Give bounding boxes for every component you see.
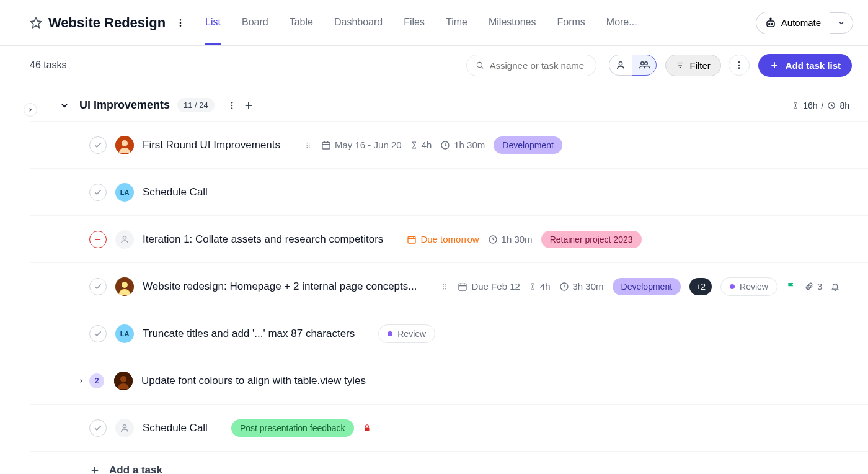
complete-toggle[interactable] [89, 136, 107, 154]
svg-rect-55 [459, 284, 466, 290]
svg-point-32 [309, 145, 310, 146]
tab-time[interactable]: Time [446, 0, 467, 45]
task-logged-time: 1h 30m [488, 234, 533, 244]
filter-button[interactable]: Filter [665, 55, 720, 76]
filter-icon [676, 61, 684, 69]
svg-point-6 [771, 23, 773, 24]
task-row[interactable]: Website redesign: Homepage + 2 internal … [30, 262, 868, 310]
section-add-icon[interactable] [243, 100, 254, 111]
task-row[interactable]: LATruncate titles and add '...' max 87 c… [30, 310, 868, 357]
attachments-count[interactable]: 3 [805, 281, 822, 292]
toolbar: 46 tasks Filter Add task list [0, 46, 868, 84]
task-name: Update font colours to align with table.… [141, 375, 366, 387]
avatar[interactable] [115, 230, 134, 249]
section-collapse-icon[interactable] [60, 101, 69, 110]
svg-point-3 [180, 25, 182, 27]
task-date: Due Feb 12 [458, 281, 520, 292]
automate-dropdown-icon[interactable] [830, 12, 853, 34]
avatar[interactable] [115, 419, 134, 437]
subtask-expand-icon[interactable] [78, 378, 84, 384]
task-row[interactable]: Schedule CallPost presentation feedback [30, 404, 868, 451]
add-task-row[interactable]: Add a task [30, 451, 868, 474]
status-badge[interactable]: Review [378, 324, 435, 343]
task-name: Website redesign: Homepage + 2 internal … [143, 280, 417, 293]
task-row[interactable]: LASchedule Call [30, 168, 868, 215]
assignee-view-icon[interactable] [609, 55, 632, 76]
task-row[interactable]: 2Update font colours to align with table… [30, 357, 868, 404]
tab-more[interactable]: More... [606, 0, 637, 45]
task-tag[interactable]: Retainer project 2023 [541, 231, 642, 248]
task-row[interactable]: Iteration 1: Collate assets and research… [30, 215, 868, 262]
task-tag[interactable]: Post presentation feedback [231, 419, 354, 437]
hourglass-icon [792, 101, 799, 110]
avatar[interactable] [115, 277, 134, 296]
svg-point-28 [122, 140, 128, 146]
svg-point-16 [738, 61, 740, 63]
search-input[interactable] [490, 60, 588, 71]
expand-sidebar-icon[interactable] [24, 103, 37, 117]
svg-point-41 [123, 236, 126, 239]
svg-point-62 [123, 424, 126, 427]
flag-icon[interactable] [786, 282, 796, 292]
section-title: UI Improvements [79, 99, 170, 112]
task-name: Truncate titles and add '...' max 87 cha… [143, 328, 355, 340]
task-meta: May 16 - Jun 204h1h 30mDevelopment [304, 136, 562, 154]
search-box[interactable] [466, 55, 596, 76]
section-more-icon[interactable] [226, 99, 238, 112]
avatar[interactable] [115, 136, 134, 154]
automate-label: Automate [781, 17, 821, 28]
svg-point-23 [231, 107, 232, 109]
svg-rect-63 [365, 427, 369, 431]
task-name: Iteration 1: Collate assets and research… [143, 233, 383, 246]
svg-point-31 [306, 145, 308, 146]
add-task-list-button[interactable]: Add task list [758, 54, 852, 77]
avatar[interactable] [114, 372, 133, 390]
complete-toggle[interactable] [89, 325, 107, 342]
status-badge[interactable]: Review [720, 277, 777, 296]
task-tag[interactable]: Development [494, 136, 562, 154]
task-estimate: 4h [410, 140, 432, 150]
task-meta: Review [378, 324, 435, 343]
svg-point-21 [231, 102, 232, 104]
tab-files[interactable]: Files [404, 0, 425, 45]
group-view-icon[interactable] [632, 55, 657, 76]
grip-icon[interactable] [440, 282, 449, 291]
svg-line-9 [482, 67, 484, 69]
complete-toggle[interactable] [89, 184, 107, 201]
blocked-icon[interactable] [89, 231, 107, 248]
svg-point-61 [120, 376, 126, 382]
complete-toggle[interactable] [89, 278, 107, 295]
tab-milestones[interactable]: Milestones [489, 0, 536, 45]
add-task-list-label: Add task list [786, 60, 841, 71]
automate-button[interactable]: Automate [756, 12, 830, 34]
avatar[interactable]: LA [115, 324, 134, 343]
svg-point-54 [445, 288, 446, 289]
task-meta: Post presentation feedback [231, 419, 371, 437]
section-time-summary: 16h / 8h [792, 101, 849, 110]
tab-dashboard[interactable]: Dashboard [334, 0, 383, 45]
grip-icon[interactable] [304, 141, 312, 150]
tab-forms[interactable]: Forms [557, 0, 585, 45]
toolbar-more-icon[interactable] [728, 55, 750, 76]
svg-point-48 [122, 282, 128, 288]
tab-board[interactable]: Board [242, 0, 268, 45]
section-estimated: 16h [803, 101, 817, 110]
svg-point-49 [443, 284, 445, 285]
section-logged: 8h [839, 101, 849, 110]
avatar[interactable]: LA [115, 183, 134, 202]
complete-toggle[interactable] [89, 419, 107, 437]
task-name: Schedule Call [143, 422, 208, 434]
tasks-count: 46 tasks [30, 60, 67, 71]
task-logged-time: 1h 30m [440, 140, 485, 150]
star-icon[interactable] [30, 17, 42, 29]
task-tag[interactable]: Development [613, 278, 681, 295]
bell-icon[interactable] [831, 282, 839, 292]
task-tag[interactable]: +2 [689, 278, 712, 295]
tab-list[interactable]: List [205, 0, 221, 45]
task-meta: Due tomorrow1h 30mRetainer project 2023 [407, 231, 641, 248]
clock-icon [827, 101, 836, 110]
tab-table[interactable]: Table [290, 0, 313, 45]
task-meta: Due Feb 124h3h 30mDevelopment+2Review3 [440, 277, 839, 296]
project-more-icon[interactable] [174, 17, 187, 29]
task-row[interactable]: First Round UI ImprovementsMay 16 - Jun … [30, 121, 868, 168]
